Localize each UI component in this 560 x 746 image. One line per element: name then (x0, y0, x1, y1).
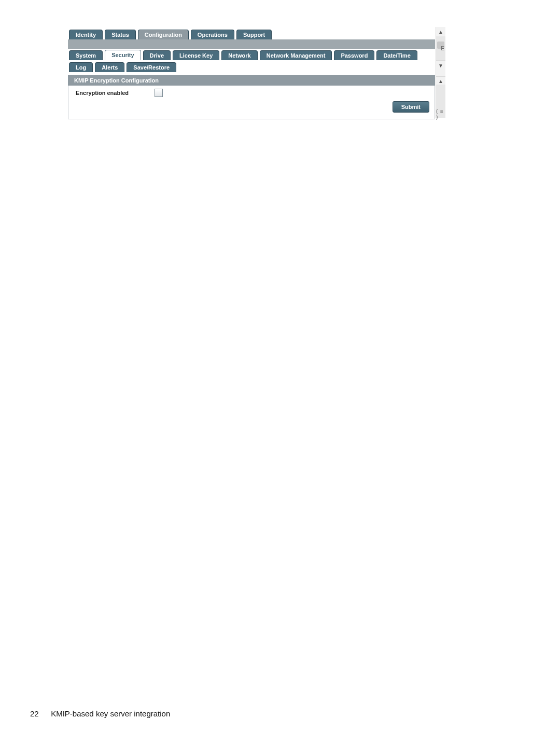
app-frame: Identity Status Configuration Operations… (68, 27, 435, 118)
kmip-panel: Encryption enabled Submit (68, 86, 435, 119)
scroll-marker-e: E (441, 46, 444, 51)
subtab-password[interactable]: Password (334, 50, 374, 60)
subtab-date-time[interactable]: Date/Time (376, 50, 417, 60)
scroll-up-icon[interactable]: ▲ (436, 27, 445, 37)
subtab-save-restore[interactable]: Save/Restore (127, 62, 176, 72)
page-footer: 22 KMIP-based key server integration (30, 709, 170, 718)
subtab-security[interactable]: Security (105, 50, 141, 60)
tab-operations[interactable]: Operations (191, 30, 234, 39)
subtab-log[interactable]: Log (69, 62, 93, 72)
tab-spacer (68, 39, 435, 49)
submit-button[interactable]: Submit (393, 101, 429, 113)
tab-status[interactable]: Status (105, 30, 136, 39)
subtab-drive[interactable]: Drive (143, 50, 171, 60)
scroll-marker-e2: ( ≡ ) (436, 108, 445, 120)
subtab-system[interactable]: System (69, 50, 103, 60)
scroll-down-icon[interactable]: ▼ (436, 60, 445, 70)
tab-configuration[interactable]: Configuration (138, 30, 189, 39)
page-number: 22 (30, 709, 49, 718)
encryption-enabled-label: Encryption enabled (76, 90, 129, 96)
subtab-license-key[interactable]: License Key (173, 50, 219, 60)
primary-tab-row: Identity Status Configuration Operations… (68, 27, 435, 39)
chapter-title: KMIP-based key server integration (51, 709, 170, 718)
scrollbar[interactable]: ▲ E ▼ ▲ ( ≡ ) (436, 27, 445, 118)
section-header: KMIP Encryption Configuration (68, 75, 435, 86)
encryption-enabled-checkbox[interactable] (155, 89, 163, 97)
subtab-alerts[interactable]: Alerts (95, 62, 124, 72)
subtab-network-management[interactable]: Network Management (260, 50, 332, 60)
tab-identity[interactable]: Identity (69, 30, 103, 39)
tab-support[interactable]: Support (236, 30, 272, 39)
secondary-tab-row: System Security Drive License Key Networ… (68, 49, 435, 72)
subtab-network[interactable]: Network (221, 50, 257, 60)
